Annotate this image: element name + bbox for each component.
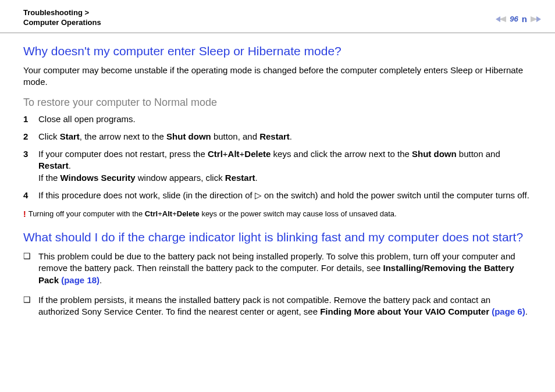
bullet-icon: ❑	[23, 251, 38, 262]
page-letter: n	[522, 14, 527, 24]
steps-list: 1Close all open programs. 2Click Start, …	[23, 113, 532, 202]
pager: 96 n	[496, 8, 541, 24]
page-number: 96	[510, 15, 518, 23]
warning-note: ! Turning off your computer with the Ctr…	[23, 209, 532, 219]
bullet-list: ❑This problem could be due to the batter…	[23, 251, 532, 318]
bullet-item: ❑If the problem persists, it means the i…	[23, 294, 532, 318]
arrow-left-icon	[496, 15, 506, 23]
breadcrumb-line2: Computer Operations	[23, 18, 101, 27]
breadcrumb: Troubleshooting > Computer Operations	[23, 8, 101, 28]
bullet-text: If the problem persists, it means the in…	[38, 294, 532, 318]
arrow-right-icon	[531, 15, 541, 23]
question-heading-1: Why doesn't my computer enter Sleep or H…	[23, 44, 532, 59]
step-item: 2Click Start, the arrow next to the Shut…	[23, 131, 532, 142]
step-item: 3If your computer does not restart, pres…	[23, 148, 532, 184]
step-number: 3	[23, 148, 38, 160]
step-text: If this procedure does not work, slide (…	[38, 190, 532, 201]
question-heading-2: What should I do if the charge indicator…	[23, 230, 532, 245]
subheading-restore: To restore your computer to Normal mode	[23, 97, 532, 109]
page-header: Troubleshooting > Computer Operations 96…	[0, 0, 555, 33]
step-number: 2	[23, 131, 38, 142]
next-page-button[interactable]	[531, 15, 541, 23]
bullet-item: ❑This problem could be due to the batter…	[23, 251, 532, 286]
bullet-text: This problem could be due to the battery…	[38, 251, 532, 286]
breadcrumb-line1: Troubleshooting >	[23, 8, 89, 17]
warning-text: Turning off your computer with the Ctrl+…	[29, 209, 397, 219]
content: Why doesn't my computer enter Sleep or H…	[0, 33, 555, 338]
svg-marker-1	[496, 16, 500, 22]
step-number: 4	[23, 190, 38, 201]
intro-paragraph: Your computer may become unstable if the…	[23, 65, 532, 88]
warning-icon: !	[23, 209, 26, 219]
prev-page-button[interactable]	[496, 15, 506, 23]
step-number: 1	[23, 113, 38, 125]
svg-marker-3	[536, 16, 541, 22]
bullet-icon: ❑	[23, 294, 38, 305]
step-text: Click Start, the arrow next to the Shut …	[38, 131, 532, 142]
step-item: 4If this procedure does not work, slide …	[23, 190, 532, 201]
step-text: Close all open programs.	[38, 113, 532, 125]
step-item: 1Close all open programs.	[23, 113, 532, 125]
step-text: If your computer does not restart, press…	[38, 148, 532, 184]
